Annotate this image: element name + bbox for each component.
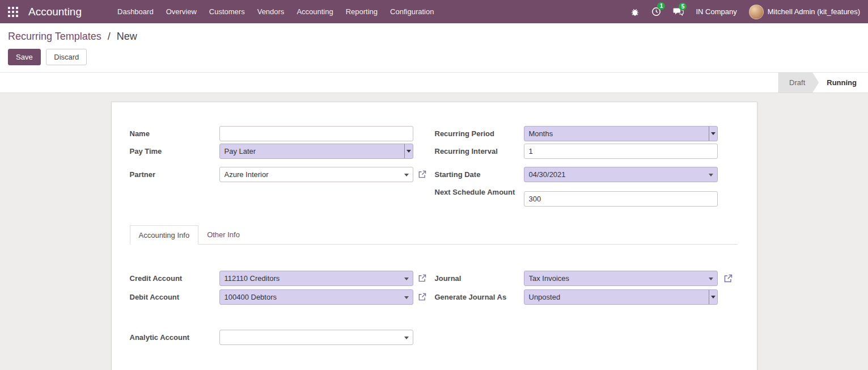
dropdown-caret-icon xyxy=(709,278,713,280)
tab-accounting-info[interactable]: Accounting Info xyxy=(130,225,199,245)
menu-dashboard[interactable]: Dashboard xyxy=(111,0,160,23)
breadcrumb-current: New xyxy=(117,31,137,42)
pay-time-select[interactable]: Pay Later xyxy=(219,144,413,159)
activity-clock-icon[interactable]: 1 xyxy=(651,7,661,16)
select-caret-icon xyxy=(709,127,717,141)
action-buttons: Save Discard xyxy=(8,49,859,65)
journal-label: Journal xyxy=(435,271,524,283)
statusbar: Draft Running xyxy=(778,73,868,93)
avatar xyxy=(749,5,764,19)
select-caret-icon xyxy=(709,290,717,304)
status-step-draft[interactable]: Draft xyxy=(779,73,819,93)
analytic-account-dropdown[interactable] xyxy=(219,330,413,345)
tab-content-accounting-info: Credit Account 112110 Creditors Journal xyxy=(130,271,749,345)
name-label: Name xyxy=(130,126,219,138)
starting-date-picker[interactable]: 04/30/2021 xyxy=(524,167,718,182)
app-title[interactable]: Accounting xyxy=(28,6,82,18)
menu-accounting[interactable]: Accounting xyxy=(290,0,339,23)
select-caret-icon xyxy=(404,144,413,158)
messages-badge: 5 xyxy=(679,3,687,10)
dropdown-caret-icon xyxy=(404,278,409,280)
top-navbar: Accounting Dashboard Overview Customers … xyxy=(0,0,868,23)
form-view-area: Name Recurring Period Months Pay Time Pa… xyxy=(0,93,868,370)
generate-journal-as-label: Generate Journal As xyxy=(435,289,524,301)
menu-vendors[interactable]: Vendors xyxy=(251,0,291,23)
recurring-interval-input[interactable] xyxy=(524,144,718,159)
starting-date-label: Starting Date xyxy=(435,167,524,179)
debug-bug-icon[interactable] xyxy=(630,7,640,16)
credit-account-label: Credit Account xyxy=(130,271,219,283)
recurring-interval-label: Recurring Interval xyxy=(435,144,524,155)
breadcrumb-parent-link[interactable]: Recurring Templates xyxy=(8,31,101,42)
analytic-account-label: Analytic Account xyxy=(130,330,219,342)
tab-other-info[interactable]: Other Info xyxy=(198,225,248,244)
partner-external-link-icon[interactable] xyxy=(418,170,426,179)
apps-grid-icon[interactable] xyxy=(5,7,22,17)
menu-reporting[interactable]: Reporting xyxy=(340,0,384,23)
breadcrumb: Recurring Templates / New xyxy=(8,31,859,43)
save-button[interactable]: Save xyxy=(8,49,41,65)
credit-account-external-link-icon[interactable] xyxy=(418,274,426,283)
next-schedule-amount-label: Next Schedule Amount xyxy=(435,184,524,196)
debit-account-dropdown[interactable]: 100400 Debtors xyxy=(219,289,413,305)
user-name: Mitchell Admin (kit_features) xyxy=(768,7,860,16)
company-switcher[interactable]: IN Company xyxy=(696,7,736,16)
name-input[interactable] xyxy=(219,126,413,141)
discard-button[interactable]: Discard xyxy=(46,49,87,65)
recurring-period-label: Recurring Period xyxy=(435,126,524,138)
navbar-systray: 1 5 IN Company Mitchell Admin (kit_featu… xyxy=(630,5,860,19)
debit-account-label: Debit Account xyxy=(130,289,219,301)
user-menu[interactable]: Mitchell Admin (kit_features) xyxy=(749,5,860,19)
menu-customers[interactable]: Customers xyxy=(203,0,251,23)
notebook-tabs: Accounting Info Other Info xyxy=(130,225,738,245)
journal-external-link-icon[interactable] xyxy=(723,274,732,283)
top-menu: Dashboard Overview Customers Vendors Acc… xyxy=(111,0,440,23)
dropdown-caret-icon xyxy=(404,337,409,339)
pay-time-label: Pay Time xyxy=(130,144,219,155)
recurring-period-select[interactable]: Months xyxy=(524,126,718,141)
messages-icon[interactable]: 5 xyxy=(673,7,684,16)
next-schedule-amount-input[interactable] xyxy=(524,191,718,207)
dropdown-caret-icon xyxy=(404,296,409,299)
menu-configuration[interactable]: Configuration xyxy=(384,0,440,23)
control-panel: Recurring Templates / New Save Discard D… xyxy=(0,23,868,93)
credit-account-dropdown[interactable]: 112110 Creditors xyxy=(219,271,413,286)
breadcrumb-separator: / xyxy=(108,31,111,42)
menu-overview[interactable]: Overview xyxy=(160,0,203,23)
form-sheet: Name Recurring Period Months Pay Time Pa… xyxy=(111,102,757,370)
dropdown-caret-icon xyxy=(404,174,409,176)
generate-journal-as-select[interactable]: Unposted xyxy=(524,289,718,305)
partner-dropdown[interactable]: Azure Interior xyxy=(219,167,413,182)
status-row: Draft Running xyxy=(0,72,868,93)
debit-account-external-link-icon[interactable] xyxy=(418,293,426,301)
activity-badge: 1 xyxy=(657,2,665,10)
journal-dropdown[interactable]: Tax Invoices xyxy=(524,271,718,286)
dropdown-caret-icon xyxy=(709,174,713,176)
partner-label: Partner xyxy=(130,167,219,179)
status-step-running[interactable]: Running xyxy=(819,73,868,93)
